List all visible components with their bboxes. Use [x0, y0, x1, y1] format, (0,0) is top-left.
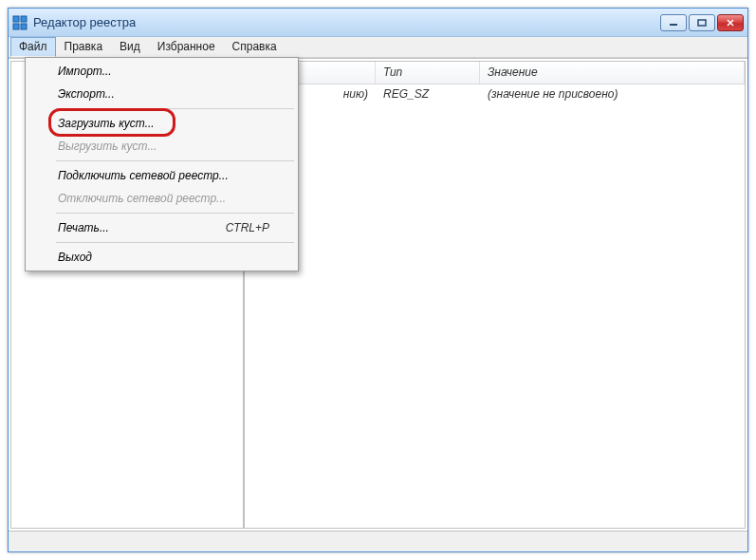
svg-rect-1 [21, 16, 27, 22]
svg-rect-5 [698, 20, 706, 26]
maximize-button[interactable] [689, 14, 715, 31]
window-title: Редактор реестра [33, 15, 660, 29]
menu-item[interactable]: Избранное [149, 37, 224, 57]
menu-shortcut: CTRL+P [226, 221, 269, 234]
list-pane[interactable]: Имя Тип Значение нию) REG_SZ (значение н… [244, 61, 746, 529]
close-button[interactable] [717, 14, 744, 31]
menu-item[interactable]: Справка [224, 37, 286, 57]
menu-entry[interactable]: Загрузить куст... [28, 112, 296, 135]
menu-separator [56, 213, 294, 214]
menu-separator [56, 160, 294, 161]
cell-value: (значение не присвоено) [480, 85, 745, 103]
menu-entry-label: Выгрузить куст... [58, 140, 157, 153]
menu-item[interactable]: Файл [10, 37, 56, 57]
svg-rect-0 [13, 16, 19, 22]
menu-entry-label: Печать... [58, 221, 109, 234]
statusbar [9, 531, 747, 551]
menu-entry[interactable]: Подключить сетевой реестр... [28, 164, 296, 187]
menu-separator [56, 242, 294, 243]
app-icon [12, 15, 28, 30]
column-header-type[interactable]: Тип [376, 62, 480, 84]
menu-entry-label: Выход [58, 251, 92, 264]
window-controls [660, 14, 744, 31]
menu-item[interactable]: Правка [56, 37, 112, 57]
svg-rect-3 [21, 24, 27, 29]
cell-type: REG_SZ [376, 85, 480, 103]
menu-entry-label: Экспорт... [58, 87, 115, 101]
menu-separator [56, 108, 294, 109]
app-window: Редактор реестра ФайлПравкаВидИзбранноеС… [8, 8, 748, 552]
file-menu-dropdown: Импорт...Экспорт...Загрузить куст...Выгр… [25, 57, 299, 271]
menu-entry: Выгрузить куст... [28, 135, 296, 158]
svg-rect-2 [13, 24, 19, 29]
menu-entry-label: Отключить сетевой реестр... [58, 192, 226, 205]
table-row[interactable]: нию) REG_SZ (значение не присвоено) [245, 84, 745, 103]
svg-rect-4 [670, 24, 677, 26]
menu-entry[interactable]: Выход [28, 246, 296, 269]
menu-entry-label: Импорт... [58, 65, 112, 78]
list-header: Имя Тип Значение [245, 62, 745, 84]
column-header-value[interactable]: Значение [480, 62, 745, 84]
menu-entry: Отключить сетевой реестр... [28, 187, 296, 210]
menu-entry-label: Загрузить куст... [58, 117, 155, 130]
menu-entry[interactable]: Импорт... [28, 60, 296, 83]
menu-entry-label: Подключить сетевой реестр... [58, 169, 229, 182]
menubar: ФайлПравкаВидИзбранноеСправка [9, 37, 747, 58]
menu-item[interactable]: Вид [111, 37, 149, 57]
titlebar: Редактор реестра [9, 9, 747, 37]
menu-entry[interactable]: Печать...CTRL+P [28, 216, 296, 239]
minimize-button[interactable] [660, 14, 687, 31]
menu-entry[interactable]: Экспорт... [28, 83, 296, 105]
